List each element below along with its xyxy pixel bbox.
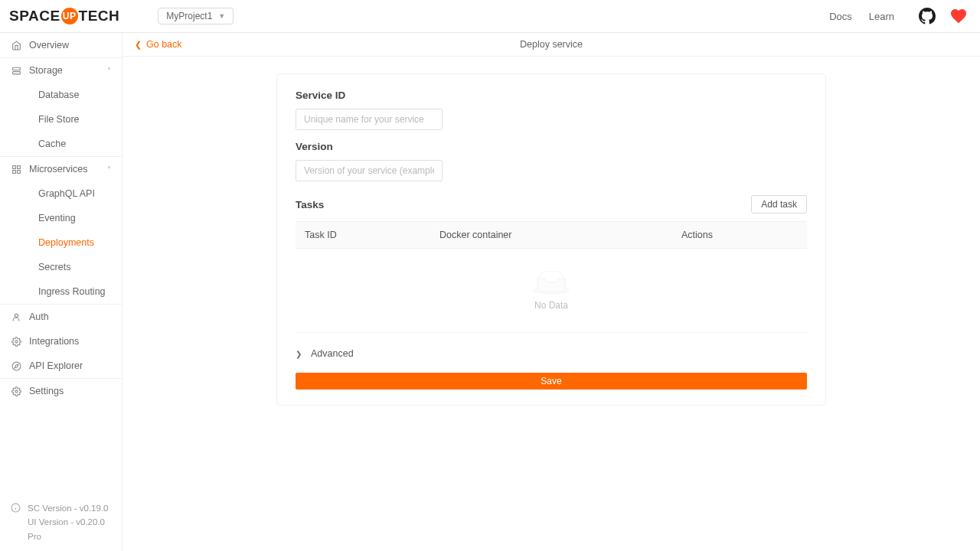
sidebar-item-integrations[interactable]: Integrations xyxy=(0,329,122,354)
advanced-toggle[interactable]: ❯ Advanced xyxy=(296,348,807,359)
gear-icon xyxy=(11,386,21,396)
sidebar-item-cache[interactable]: Cache xyxy=(0,132,122,156)
project-name: MyProject1 xyxy=(166,11,212,21)
advanced-label: Advanced xyxy=(311,348,354,359)
sidebar-item-settings[interactable]: Settings xyxy=(0,379,122,403)
service-id-input[interactable] xyxy=(296,109,443,130)
sidebar-label: API Explorer xyxy=(29,360,83,371)
svg-rect-4 xyxy=(12,170,15,173)
col-taskid: Task ID xyxy=(296,222,430,248)
sidebar-item-eventing[interactable]: Eventing xyxy=(0,206,122,230)
sidebar-item-storage[interactable]: Storage ˄ xyxy=(0,58,122,83)
sidebar-item-microservices[interactable]: Microservices ˄ xyxy=(0,157,122,181)
sidebar-item-deployments[interactable]: Deployments xyxy=(0,230,122,255)
svg-rect-3 xyxy=(17,165,20,168)
storage-icon xyxy=(11,65,21,76)
pro-label: Pro xyxy=(28,530,111,543)
sidebar-label: Microservices xyxy=(29,164,87,174)
sidebar-label: Auth xyxy=(29,311,49,322)
chevron-up-icon: ˄ xyxy=(107,67,111,75)
sidebar-item-overview[interactable]: Overview xyxy=(0,33,122,57)
sidebar-item-database[interactable]: Database xyxy=(0,83,122,107)
app-logo[interactable]: SPACE UP TECH xyxy=(9,8,119,24)
deploy-service-form: Service ID Version Tasks Add task Task I… xyxy=(276,73,826,406)
sidebar-item-graphql[interactable]: GraphQL API xyxy=(0,181,122,206)
svg-point-7 xyxy=(15,340,17,342)
sidebar: Overview Storage ˄ Database File Store C… xyxy=(0,33,122,551)
caret-down-icon: ▼ xyxy=(218,12,225,20)
svg-point-8 xyxy=(12,362,21,370)
auth-icon xyxy=(11,311,21,322)
svg-rect-1 xyxy=(12,71,20,73)
col-actions: Actions xyxy=(672,222,807,248)
add-task-button[interactable]: Add task xyxy=(751,195,807,214)
learn-link[interactable]: Learn xyxy=(869,11,894,22)
svg-rect-2 xyxy=(12,165,15,168)
home-icon xyxy=(11,40,21,51)
logo-text-left: SPACE xyxy=(9,8,60,24)
page-title: Deploy service xyxy=(122,39,980,50)
go-back-label: Go back xyxy=(146,39,182,50)
version-input[interactable] xyxy=(296,160,443,181)
sidebar-label: Integrations xyxy=(29,336,79,347)
logo-text-right: TECH xyxy=(79,8,120,24)
svg-rect-0 xyxy=(12,67,20,70)
table-header: Task ID Docker container Actions xyxy=(296,221,807,249)
sidebar-item-auth[interactable]: Auth xyxy=(0,305,122,329)
sidebar-label: Overview xyxy=(29,40,69,51)
version-label: Version xyxy=(296,141,807,152)
sc-version: SC Version - v0.19.0 xyxy=(28,501,111,515)
go-back-button[interactable]: ❮ Go back xyxy=(135,39,182,50)
chevron-right-icon: ❯ xyxy=(296,350,302,358)
service-id-label: Service ID xyxy=(296,90,807,101)
svg-point-10 xyxy=(15,390,17,392)
sidebar-item-secrets[interactable]: Secrets xyxy=(0,255,122,279)
ui-version: UI Version - v0.20.0 xyxy=(28,515,111,529)
logo-circle-icon: UP xyxy=(61,8,78,24)
save-button[interactable]: Save xyxy=(296,373,807,390)
github-icon[interactable] xyxy=(919,8,936,24)
docs-link[interactable]: Docs xyxy=(829,11,852,22)
sidebar-label: Storage xyxy=(29,65,63,76)
col-docker: Docker container xyxy=(430,222,672,248)
sidebar-item-ingress[interactable]: Ingress Routing xyxy=(0,279,122,304)
tasks-label: Tasks xyxy=(296,199,324,210)
sidebar-item-apiexplorer[interactable]: API Explorer xyxy=(0,354,122,378)
empty-state: No Data xyxy=(296,249,807,333)
project-selector[interactable]: MyProject1 ▼ xyxy=(158,8,234,24)
heart-icon[interactable] xyxy=(949,7,968,25)
content-area: ❮ Go back Deploy service Service ID Vers… xyxy=(122,33,980,551)
svg-marker-9 xyxy=(15,364,18,368)
sidebar-item-filestore[interactable]: File Store xyxy=(0,107,122,132)
svg-rect-5 xyxy=(17,170,20,173)
svg-point-6 xyxy=(15,314,18,317)
topbar: SPACE UP TECH MyProject1 ▼ Docs Learn xyxy=(0,0,980,33)
chevron-up-icon: ˄ xyxy=(107,165,111,174)
compass-icon xyxy=(11,360,21,371)
microservices-icon xyxy=(11,164,21,174)
sidebar-footer: SC Version - v0.19.0 UI Version - v0.20.… xyxy=(0,492,122,551)
chevron-left-icon: ❮ xyxy=(135,40,142,50)
integrations-icon xyxy=(11,336,21,347)
subheader: ❮ Go back Deploy service xyxy=(122,33,980,57)
empty-text: No Data xyxy=(534,300,568,311)
empty-icon xyxy=(532,271,570,295)
info-icon xyxy=(11,503,21,517)
sidebar-label: Settings xyxy=(29,386,64,396)
tasks-table: Task ID Docker container Actions No Data xyxy=(296,221,807,333)
